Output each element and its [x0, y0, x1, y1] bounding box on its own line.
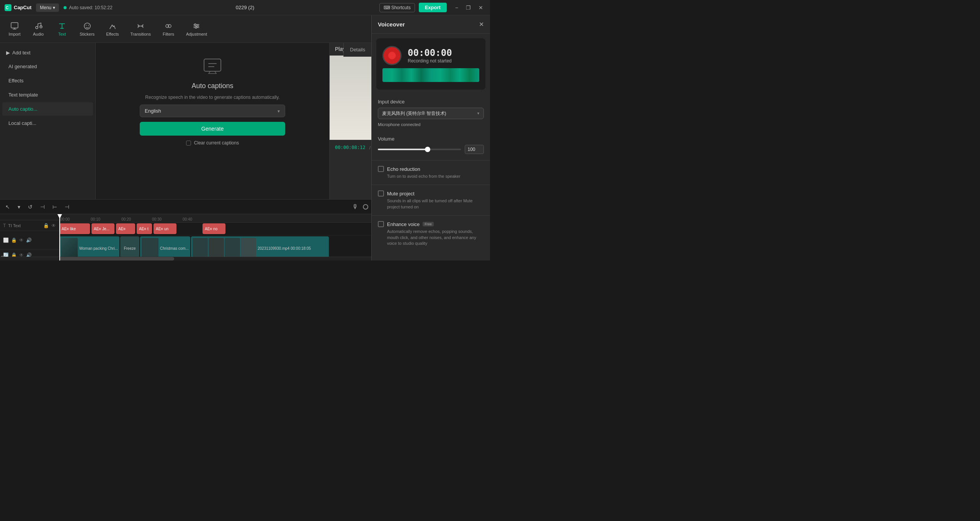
language-select[interactable]: English Chinese Japanese Korean Spanish … — [140, 105, 285, 117]
eye-icon[interactable]: 👁 — [51, 223, 56, 228]
shortcuts-button[interactable]: ⌨ Shortcuts — [379, 3, 415, 12]
clear-captions-checkbox[interactable] — [186, 141, 191, 146]
sidebar-item-add-text[interactable]: ▶ Add text — [0, 46, 95, 59]
toolbar-filters[interactable]: Filters — [158, 19, 179, 39]
device-select-wrapper[interactable]: 麦克风阵列 (英特尔® 智音技术) — [378, 108, 484, 119]
export-button[interactable]: Export — [419, 3, 447, 12]
export-label: Export — [425, 5, 441, 10]
device-select[interactable]: 麦克风阵列 (英特尔® 智音技术) — [378, 108, 484, 119]
trim-right-button[interactable]: ⊣ — [62, 202, 72, 211]
voiceover-close-button[interactable]: ✕ — [479, 21, 484, 28]
caption-clip-4[interactable]: AE≡ t — [137, 223, 152, 234]
svg-point-11 — [197, 25, 198, 27]
volume-slider[interactable] — [378, 149, 461, 150]
volume-section: Volume 100 — [372, 131, 490, 159]
text-track-icon[interactable]: T — [3, 223, 6, 228]
thumb-3a — [193, 238, 208, 259]
generate-button[interactable]: Generate — [140, 122, 285, 136]
caption-track-label: T TI Text 🔒 👁 — [0, 220, 59, 231]
clear-captions-row[interactable]: Clear current captions — [186, 140, 239, 146]
sidebar-item-effects[interactable]: Effects — [2, 74, 93, 87]
auto-captions-title: Auto captions — [191, 82, 233, 90]
record-button[interactable] — [382, 46, 402, 65]
toolbar-effects[interactable]: Effects — [101, 19, 123, 39]
svg-point-9 — [168, 25, 171, 28]
timeline-content: T TI Text 🔒 👁 ⬜ 🔒 👁 🔊 Cover 🔄 🔒 👁 🔊 — [0, 214, 371, 260]
svg-point-3 — [36, 26, 38, 29]
undo-button[interactable]: ↺ — [26, 202, 35, 211]
input-device-section: Input device 麦克风阵列 (英特尔® 智音技术) Microphon… — [372, 94, 490, 131]
app-logo: C CapCut — [5, 4, 31, 11]
sidebar-item-ai-generated[interactable]: AI generated — [2, 60, 93, 73]
split-button[interactable]: ⊣ — [38, 202, 47, 211]
sidebar-item-local-captions[interactable]: Local capti... — [2, 116, 93, 130]
video-track-icon[interactable]: ⬜ — [3, 238, 9, 243]
svg-point-7 — [88, 25, 89, 26]
toolbar-text[interactable]: Text — [51, 19, 73, 39]
caption-4-label: AE≡ t — [139, 227, 149, 231]
menu-button[interactable]: Menu ▾ — [36, 3, 59, 12]
thumb-3d — [241, 238, 256, 259]
timeline-tracks-scroll[interactable]: 00:00 00:10 00:20 00:30 00:40 — [59, 214, 371, 260]
scrollbar-thumb — [59, 257, 174, 260]
effects-icon — [108, 22, 117, 30]
toolbar-import[interactable]: Import — [4, 19, 25, 39]
caption-clip-2[interactable]: AE≡ Je... — [91, 223, 114, 234]
voiceover-trigger-button[interactable]: 🎙 — [352, 203, 358, 210]
select-dropdown-button[interactable]: ▾ — [15, 202, 23, 211]
toolbar-audio[interactable]: Audio — [28, 19, 49, 39]
language-select-wrapper[interactable]: English Chinese Japanese Korean Spanish … — [140, 105, 285, 117]
mute-project-checkbox[interactable] — [378, 190, 384, 197]
clip-3-label: 20231109930.mp4 00:00:18:05 — [258, 246, 311, 251]
select-tool-button[interactable]: ↖ — [3, 202, 12, 211]
svg-point-10 — [194, 24, 196, 25]
sidebar-item-auto-captions[interactable]: Auto captio... — [2, 102, 93, 116]
import-icon — [10, 22, 19, 30]
video-lock-icon[interactable]: 🔒 — [11, 238, 17, 243]
enhance-voice-option: Enhance voice Free Automatically remove … — [372, 217, 490, 250]
audio-icon — [34, 22, 42, 30]
caption-5-label: AE≡ un — [156, 227, 168, 231]
clip-thumbs — [193, 238, 256, 259]
settings-circle-button[interactable] — [363, 204, 368, 210]
echo-reduction-checkbox[interactable] — [378, 166, 384, 172]
trim-left-button[interactable]: ⊢ — [50, 202, 59, 211]
echo-reduction-header: Echo reduction — [378, 166, 484, 172]
restore-button[interactable]: ❐ — [464, 4, 473, 11]
timeline-ruler: 00:00 00:10 00:20 00:30 00:40 — [59, 214, 371, 223]
svg-point-6 — [86, 25, 87, 26]
ai-generated-label: AI generated — [8, 64, 37, 69]
caption-clip-1[interactable]: AE≡ like — [59, 223, 90, 234]
lock-icon[interactable]: 🔒 — [43, 223, 49, 228]
center-panel: Auto captions Recognize speech in the vi… — [96, 43, 329, 199]
record-inner — [388, 52, 396, 59]
transitions-icon — [136, 22, 145, 30]
toolbar-adjustment[interactable]: Adjustment — [181, 19, 212, 39]
menu-chevron: ▾ — [53, 5, 55, 10]
sidebar-item-text-template[interactable]: Text template — [2, 88, 93, 102]
caption-clip-5[interactable]: AE≡ un — [154, 223, 176, 234]
text-template-label: Text template — [8, 92, 38, 98]
details-tab[interactable]: Details — [343, 43, 371, 57]
caption-3-label: AE≡ — [118, 227, 126, 231]
timeline-toolbar: ↖ ▾ ↺ ⊣ ⊢ ⊣ 🎙 — [0, 200, 371, 214]
add-text-label: Add text — [12, 50, 31, 56]
volume-input[interactable]: 100 — [465, 145, 484, 154]
auto-captions-area: Auto captions Recognize speech in the vi… — [140, 51, 285, 146]
caption-clip-3[interactable]: AE≡ — [116, 223, 135, 234]
app-name: CapCut — [14, 5, 31, 10]
horizontal-scrollbar[interactable] — [0, 257, 371, 260]
video-audio-icon[interactable]: 🔊 — [26, 238, 32, 243]
freeze-label: Freeze — [124, 246, 136, 251]
minimize-button[interactable]: − — [453, 4, 461, 11]
left-sidebar: ▶ Add text AI generated Effects Text tem… — [0, 43, 96, 199]
video-eye-icon[interactable]: 👁 — [19, 238, 24, 243]
toolbar-transitions[interactable]: Transitions — [126, 19, 155, 39]
autosave-dot — [64, 6, 67, 9]
toolbar-stickers[interactable]: Stickers — [75, 19, 99, 39]
caption-clip-6[interactable]: AE≡ no — [203, 223, 225, 234]
enhance-voice-checkbox[interactable] — [378, 221, 384, 227]
effects-label: Effects — [106, 32, 119, 36]
close-button[interactable]: ✕ — [476, 4, 485, 11]
stickers-label: Stickers — [80, 32, 95, 36]
